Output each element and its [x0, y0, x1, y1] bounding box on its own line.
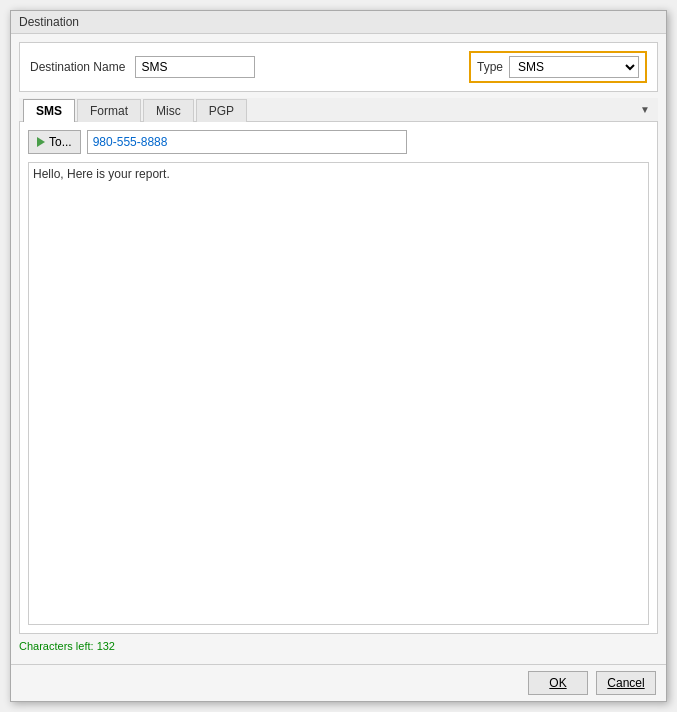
type-section: Type SMS Email Pager	[469, 51, 647, 83]
tab-sms[interactable]: SMS	[23, 99, 75, 122]
dialog-body: Destination Name Type SMS Email Pager SM…	[11, 34, 666, 664]
phone-input[interactable]	[87, 130, 407, 154]
to-button-label: To...	[49, 135, 72, 149]
tabs-row: SMS Format Misc PGP ▼	[19, 98, 658, 122]
dialog-title-bar: Destination	[11, 11, 666, 34]
destination-name-input[interactable]	[135, 56, 255, 78]
message-textarea[interactable]: Hello, Here is your report.	[28, 162, 649, 625]
to-row: To...	[28, 130, 649, 154]
characters-left: Characters left: 132	[19, 634, 658, 656]
type-select[interactable]: SMS Email Pager	[509, 56, 639, 78]
tab-misc[interactable]: Misc	[143, 99, 194, 122]
tab-format[interactable]: Format	[77, 99, 141, 122]
tab-pgp[interactable]: PGP	[196, 99, 247, 122]
dialog-title: Destination	[19, 15, 79, 29]
destination-name-label: Destination Name	[30, 60, 125, 74]
dialog-footer: OK Cancel	[11, 664, 666, 701]
destination-row: Destination Name Type SMS Email Pager	[30, 51, 647, 83]
cancel-label: Cancel	[607, 676, 644, 690]
destination-dialog: Destination Destination Name Type SMS Em…	[10, 10, 667, 702]
type-label: Type	[477, 60, 503, 74]
ok-label: OK	[549, 676, 566, 690]
tab-content-wrapper: SMS Format Misc PGP ▼ To... Hello, Here …	[19, 98, 658, 634]
to-button-arrow-icon	[37, 137, 45, 147]
tab-content-sms: To... Hello, Here is your report.	[19, 122, 658, 634]
destination-section: Destination Name Type SMS Email Pager	[19, 42, 658, 92]
to-button[interactable]: To...	[28, 130, 81, 154]
ok-button[interactable]: OK	[528, 671, 588, 695]
tab-dropdown-arrow[interactable]: ▼	[636, 102, 654, 117]
cancel-button[interactable]: Cancel	[596, 671, 656, 695]
